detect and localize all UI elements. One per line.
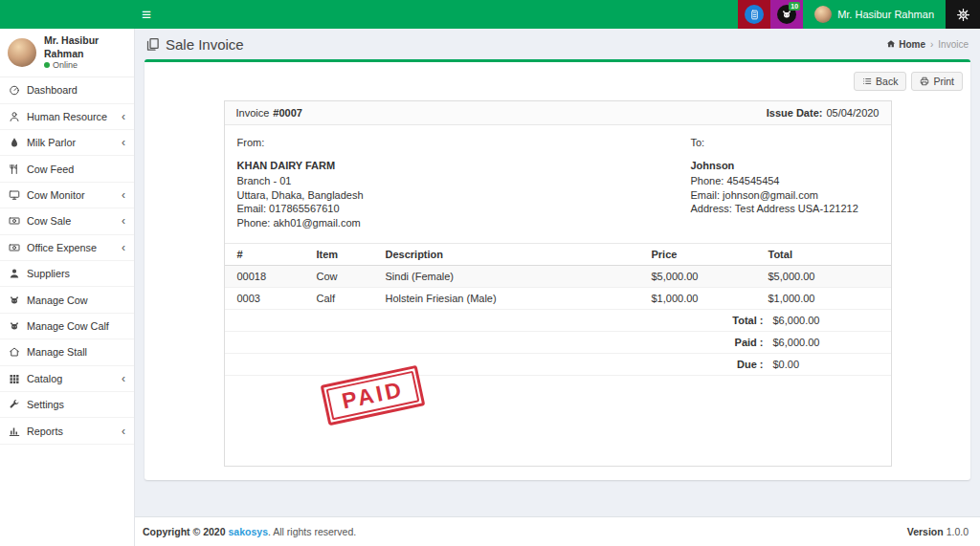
breadcrumb-home[interactable]: Home: [886, 39, 925, 50]
invoice-issue-date: Issue Date: 05/04/2020: [767, 107, 880, 119]
sidebar-item-cow-feed[interactable]: Cow Feed: [0, 156, 134, 182]
summary-total-row: Total : $6,000.00: [225, 310, 891, 332]
invoice-header: Invoice #0007 Issue Date: 05/04/2020: [225, 101, 891, 125]
user-avatar[interactable]: [8, 38, 36, 67]
wrench-icon: [9, 399, 20, 410]
breadcrumb: Home › Invoice: [886, 39, 969, 50]
user-solid-icon: [9, 268, 20, 279]
footer-company-link[interactable]: sakosys: [229, 526, 268, 537]
sidebar-item-catalog[interactable]: Catalog ‹: [0, 366, 134, 392]
content-header: Sale Invoice Home › Invoice: [135, 29, 980, 59]
invoice-to: To: Johnson Phone: 454545454 Email: john…: [691, 136, 879, 230]
invoice-number: Invoice #0007: [236, 107, 302, 119]
sidebar-item-manage-stall[interactable]: Manage Stall: [0, 339, 134, 365]
summary-due-row: Due : $0.00: [225, 354, 891, 376]
chevron-left-icon: ‹: [122, 111, 125, 122]
home-icon: [9, 346, 20, 358]
chevron-left-icon: ‹: [122, 215, 125, 227]
table-header-row: # Item Description Price Total: [225, 244, 891, 266]
sidebar-item-dashboard[interactable]: Dashboard: [0, 77, 134, 103]
sidebar-item-milk-parlor[interactable]: Milk Parlor ‹: [0, 130, 134, 156]
sidebar-item-reports[interactable]: Reports ‹: [0, 418, 134, 444]
cow-icon: [9, 295, 20, 306]
monitor-icon: [9, 189, 20, 201]
calculator-icon: [745, 5, 764, 24]
table-row: 00018 Cow Sindi (Female) $5,000.00 $5,00…: [225, 266, 891, 288]
notification-badge: 10: [789, 2, 800, 11]
table-row: 0003 Calf Holstein Friesian (Male) $1,00…: [225, 288, 891, 310]
utensils-icon: [9, 164, 20, 175]
invoice-parties: From: KHAN DAIRY FARM Branch - 01 Uttara…: [225, 125, 891, 243]
money-bill-icon: [9, 242, 20, 253]
page-title: Sale Invoice: [145, 36, 244, 53]
footer-copyright: Copyright © 2020 sakosys . All rights re…: [143, 526, 356, 537]
cow-icon: [9, 320, 20, 332]
online-dot-icon: [44, 62, 50, 68]
sidebar-user-name: Mr. Hasibur Rahman: [44, 34, 126, 60]
sidebar-item-cow-monitor[interactable]: Cow Monitor ‹: [0, 183, 134, 208]
chevron-left-icon: ‹: [122, 242, 125, 253]
sidebar-item-manage-cow-calf[interactable]: Manage Cow Calf: [0, 314, 134, 339]
top-navbar: ≡ 10 Mr. Hasibur Rahman: [0, 0, 980, 29]
list-icon: [862, 76, 872, 86]
sidebar-item-human-resource[interactable]: Human Resource ‹: [0, 104, 134, 130]
footer-version: Version 1.0.0: [907, 526, 969, 537]
sidebar-item-office-expense[interactable]: Office Expense ‹: [0, 235, 134, 261]
invoice-card: Back Print Invoice #0007 Issue Date: 05/…: [145, 59, 970, 480]
sidebar-user-panel: Mr. Hasibur Rahman Online: [0, 29, 134, 77]
from-name: KHAN DAIRY FARM: [237, 159, 691, 173]
footer: Copyright © 2020 sakosys . All rights re…: [135, 516, 980, 546]
navbar-user-menu[interactable]: Mr. Hasibur Rahman: [803, 0, 946, 29]
money-bill-icon: [9, 215, 20, 227]
invoice-box: Invoice #0007 Issue Date: 05/04/2020 Fro…: [224, 100, 892, 467]
chevron-left-icon: ‹: [122, 373, 125, 384]
invoice-items-table: # Item Description Price Total 00018 Cow…: [225, 243, 891, 310]
tachometer-icon: [9, 84, 20, 96]
content-spacer: [135, 480, 980, 516]
navbar-user-name: Mr. Hasibur Rahman: [837, 9, 934, 20]
printer-icon: [920, 76, 929, 86]
user-icon: [9, 111, 20, 122]
sidebar: Mr. Hasibur Rahman Online Dashboard Huma…: [0, 29, 135, 546]
summary-paid-row: Paid : $6,000.00: [225, 332, 891, 354]
calculator-button[interactable]: [738, 0, 770, 29]
sidebar-item-settings[interactable]: Settings: [0, 392, 134, 418]
home-icon: [886, 39, 896, 49]
droplet-icon: [9, 137, 20, 148]
to-name: Johnson: [691, 159, 879, 173]
breadcrumb-current: Invoice: [938, 39, 969, 50]
chevron-left-icon: ‹: [122, 189, 125, 201]
grid-icon: [9, 373, 20, 384]
hamburger-icon[interactable]: ≡: [142, 7, 151, 23]
chevron-left-icon: ‹: [122, 426, 125, 437]
sidebar-item-cow-sale[interactable]: Cow Sale ‹: [0, 208, 134, 234]
gear-icon: [956, 8, 970, 22]
copy-file-icon: [145, 37, 160, 52]
chart-bar-icon: [9, 426, 20, 437]
card-actions: Back Print: [854, 72, 963, 91]
back-button[interactable]: Back: [854, 72, 906, 91]
avatar: [814, 6, 832, 23]
chevron-left-icon: ‹: [122, 137, 125, 148]
sidebar-user-status: Online: [44, 60, 126, 70]
settings-gear-button[interactable]: [946, 0, 980, 29]
main-content: Sale Invoice Home › Invoice Back Print: [135, 29, 980, 546]
cow-notifications-button[interactable]: 10: [770, 0, 803, 29]
invoice-from: From: KHAN DAIRY FARM Branch - 01 Uttara…: [237, 136, 691, 230]
sidebar-item-suppliers[interactable]: Suppliers: [0, 261, 134, 287]
print-button[interactable]: Print: [911, 72, 963, 91]
breadcrumb-separator-icon: ›: [930, 39, 933, 50]
sidebar-item-manage-cow[interactable]: Manage Cow: [0, 287, 134, 313]
navbar-right: 10 Mr. Hasibur Rahman: [738, 0, 980, 29]
